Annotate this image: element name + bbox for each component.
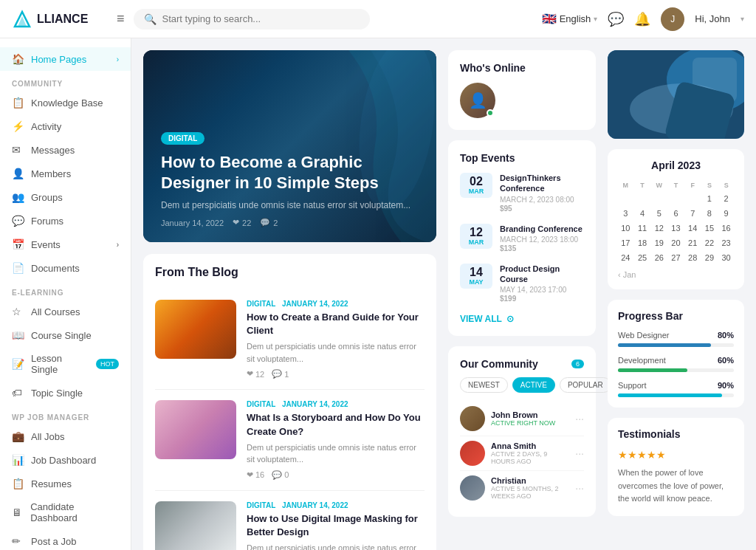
cal-day-22[interactable]: 22 (702, 236, 718, 250)
candidate-icon: 🖥 (12, 506, 23, 518)
sidebar-item-post-job[interactable]: ✏ Post a Job (0, 529, 131, 550)
blog-post-3-title[interactable]: How to Use Digital Image Masking for Bet… (247, 512, 425, 539)
blog-post-1-title[interactable]: How to Create a Brand Guide for Your Cli… (247, 311, 425, 337)
sidebar-item-messages[interactable]: ✉ Messages (0, 138, 131, 162)
sidebar-item-all-jobs[interactable]: 💼 All Jobs (0, 424, 131, 448)
cal-day-25[interactable]: 25 (635, 251, 650, 264)
hero-card[interactable]: DIGITAL How to Become a Graphic Designer… (143, 50, 436, 242)
progress-3-track (618, 393, 734, 397)
cal-day-4[interactable]: 4 (635, 207, 650, 220)
cal-day-24[interactable]: 24 (618, 251, 633, 264)
event-3-name[interactable]: Product Design Course (500, 264, 584, 285)
view-all-events-button[interactable]: VIEW ALL ⊙ (460, 314, 584, 324)
cal-day-11[interactable]: 11 (635, 221, 650, 235)
blog-post-3-image[interactable] (155, 501, 236, 550)
sidebar-item-resumes[interactable]: 📋 Resumes (0, 472, 131, 495)
user-name[interactable]: Hi, John (695, 13, 730, 24)
cal-day-2[interactable]: 2 (718, 192, 734, 205)
cal-day-23[interactable]: 23 (718, 236, 734, 250)
cal-day-19[interactable]: 19 (651, 236, 667, 250)
cal-day-17[interactable]: 17 (618, 236, 633, 250)
star-icon: ☆ (12, 306, 24, 317)
blog-post-1-image[interactable] (155, 300, 236, 359)
cal-day-1[interactable]: 1 (702, 192, 718, 205)
cal-day-13[interactable]: 13 (668, 221, 684, 235)
blog-post-3-desc: Dem ut perspiciatis unde omnis iste natu… (247, 542, 425, 550)
cal-day-8[interactable]: 8 (702, 207, 718, 220)
language-selector[interactable]: 🇬🇧 English ▾ (542, 12, 598, 26)
event-1-date: 02 MAR (460, 173, 492, 198)
tab-active[interactable]: ACTIVE (512, 377, 555, 393)
cal-day-15[interactable]: 15 (702, 221, 718, 235)
community-member-3: Christian ACTIVE 5 MONTHS, 2 WEEKS AGO ·… (460, 471, 584, 505)
event-1-info: DesignThinkers Conference MARCH 2, 2023 … (500, 173, 584, 213)
cal-day-3[interactable]: 3 (618, 207, 633, 220)
chat-icon[interactable]: 💬 (608, 11, 624, 27)
hero-comments: 💬 2 (260, 218, 278, 227)
blog-post-2-title[interactable]: What Is a Storyboard and How Do You Crea… (247, 411, 425, 438)
community-widget: Our Community 6 NEWEST ACTIVE POPULAR Jo… (448, 346, 596, 517)
sidebar-item-events[interactable]: 📅 Events › (0, 233, 131, 256)
sidebar-item-groups[interactable]: 👥 Groups (0, 185, 131, 209)
blog-post-1-likes[interactable]: ❤ 12 (247, 369, 264, 379)
cal-day-6[interactable]: 6 (668, 207, 684, 220)
community-member-1: John Brown ACTIVE RIGHT NOW ··· (460, 402, 584, 436)
cal-day-29[interactable]: 29 (702, 251, 718, 264)
cal-day-27[interactable]: 27 (668, 251, 684, 264)
sidebar-item-home-pages[interactable]: 🏠 Home Pages › (0, 47, 131, 71)
cal-day-e4: - (668, 192, 684, 205)
events-icon: 📅 (12, 238, 24, 250)
tab-popular[interactable]: POPULAR (560, 377, 611, 393)
cal-day-28[interactable]: 28 (685, 251, 701, 264)
tab-newest[interactable]: NEWEST (460, 377, 508, 393)
cal-day-9[interactable]: 9 (718, 207, 734, 220)
event-2-name[interactable]: Branding Conference (500, 224, 583, 234)
sidebar-item-topic-single[interactable]: 🏷 Topic Single (0, 381, 131, 405)
bell-icon[interactable]: 🔔 (634, 11, 650, 27)
logo[interactable]: LLIANCE (12, 9, 108, 30)
cal-day-16[interactable]: 16 (718, 221, 734, 235)
blog-post-2-comments[interactable]: 💬 0 (272, 470, 289, 480)
language-label: English (560, 13, 591, 24)
sidebar-item-activity[interactable]: ⚡ Activity (0, 114, 131, 138)
hero-title: How to Become a Graphic Designer in 10 S… (161, 152, 419, 194)
cal-day-12[interactable]: 12 (651, 221, 667, 235)
sidebar-item-course-single[interactable]: 📖 Course Single (0, 323, 131, 347)
event-3-price: $199 (500, 295, 584, 303)
sidebar-item-documents[interactable]: 📄 Documents (0, 256, 131, 280)
cal-header-t2: T (668, 180, 684, 190)
sidebar-item-all-courses[interactable]: ☆ All Courses (0, 300, 131, 323)
sidebar-item-job-dashboard[interactable]: 📊 Job Dashboard (0, 448, 131, 472)
cal-day-18[interactable]: 18 (635, 236, 650, 250)
member-1-name[interactable]: John Brown (491, 410, 569, 419)
cal-day-30[interactable]: 30 (718, 251, 734, 264)
member-3-menu-icon[interactable]: ··· (575, 482, 584, 494)
sidebar-item-lesson-single[interactable]: 📝 Lesson Single HOT (0, 347, 131, 381)
blog-post-1-comments[interactable]: 💬 1 (272, 369, 289, 379)
sidebar-item-knowledge-base[interactable]: 📋 Knowledge Base (0, 91, 131, 114)
event-2-price: $135 (500, 244, 583, 252)
event-1-name[interactable]: DesignThinkers Conference (500, 173, 584, 194)
blog-post-2-image[interactable] (155, 400, 236, 459)
member-2-avatar (460, 441, 485, 466)
member-2-menu-icon[interactable]: ··· (575, 447, 584, 459)
cal-day-14[interactable]: 14 (685, 221, 701, 235)
member-2-name[interactable]: Anna Smith (491, 441, 569, 450)
hamburger-icon[interactable]: ≡ (117, 11, 125, 27)
member-1-menu-icon[interactable]: ··· (575, 413, 584, 424)
sidebar-item-forums[interactable]: 💬 Forums (0, 209, 131, 233)
sidebar-item-candidate-dashboard[interactable]: 🖥 Candidate Dashboard (0, 495, 131, 529)
search-input[interactable] (162, 13, 360, 24)
cal-day-7[interactable]: 7 (685, 207, 701, 220)
cal-day-21[interactable]: 21 (685, 236, 701, 250)
cal-day-5[interactable]: 5 (651, 207, 667, 220)
progress-1-fill (618, 343, 711, 347)
blog-post-2-likes[interactable]: ❤ 16 (247, 470, 264, 480)
cal-day-20[interactable]: 20 (668, 236, 684, 250)
cal-day-10[interactable]: 10 (618, 221, 633, 235)
cal-day-26[interactable]: 26 (651, 251, 667, 264)
calendar-prev-button[interactable]: ‹ Jan (618, 270, 636, 279)
elearning-section-title: E-LEARNING (0, 280, 131, 300)
member-3-name[interactable]: Christian (491, 476, 569, 485)
sidebar-item-members[interactable]: 👤 Members (0, 162, 131, 185)
